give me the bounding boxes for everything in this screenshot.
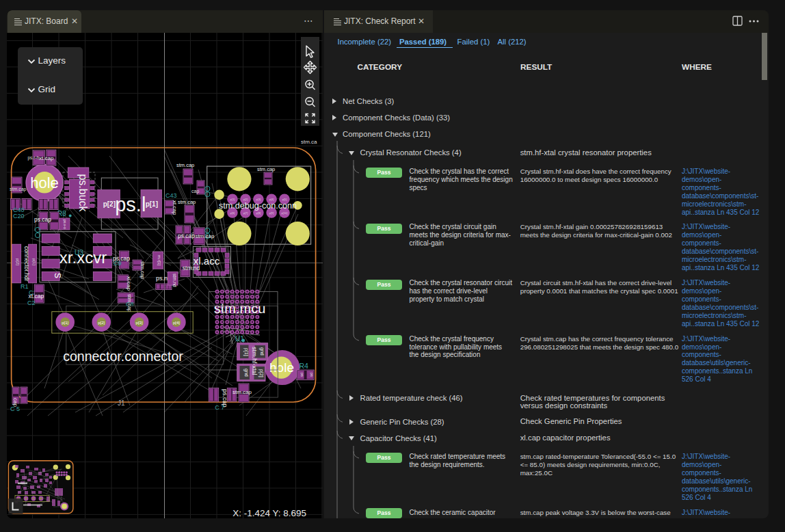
svg-text:stm.cap: stm.cap: [10, 187, 27, 192]
svg-text:p[6]: p[6]: [230, 211, 235, 215]
svg-text:xt.cap: xt.cap: [39, 155, 54, 161]
svg-text:C8: C8: [126, 301, 134, 308]
svg-text:stm.cap: stm.cap: [195, 233, 215, 239]
svg-text:C 7: C 7: [215, 404, 224, 411]
svg-text:stm.nd: stm.nd: [183, 265, 200, 271]
svg-text:C20: C20: [13, 213, 25, 220]
svg-text:connector.hdr: connector.hdr: [23, 246, 30, 282]
svg-text:p[1]: p[1]: [32, 258, 36, 265]
svg-text:stm.debug-con.conn: stm.debug-con.conn: [219, 201, 297, 211]
svg-text:connector.connector: connector.connector: [63, 349, 183, 364]
svg-text:C 5: C 5: [10, 405, 20, 412]
svg-text:R4: R4: [300, 362, 309, 370]
svg-text:p[1]: p[1]: [62, 321, 68, 325]
svg-text:stm.cap: stm.cap: [178, 199, 196, 205]
svg-text:ps.cap: ps.cap: [34, 216, 51, 223]
svg-text:ps: ps: [300, 373, 304, 377]
svg-text:p[2]: p[2]: [258, 369, 264, 377]
svg-text:xt.cap: xt.cap: [29, 293, 44, 300]
svg-text:ps.l: ps.l: [115, 194, 146, 215]
svg-text:C2: C2: [27, 300, 36, 306]
svg-text:stm.cap: stm.cap: [176, 162, 194, 168]
svg-text:p[1]: p[1]: [243, 348, 249, 356]
svg-text:hole: hole: [269, 360, 294, 375]
svg-text:stm.mcu: stm.mcu: [214, 301, 266, 316]
svg-text:R1: R1: [21, 283, 29, 290]
svg-text:stm.nd: stm.nd: [172, 274, 177, 287]
svg-text:J1: J1: [118, 399, 125, 407]
svg-text:p[8]: p[8]: [256, 211, 261, 215]
svg-text:stm.cap: stm.cap: [257, 166, 275, 172]
svg-text:gnd: gnd: [259, 347, 265, 356]
svg-text:p[2]: p[2]: [103, 200, 116, 208]
svg-text:C9: C9: [114, 260, 122, 267]
svg-text:ps: ps: [310, 373, 314, 377]
svg-text:gnd: gnd: [243, 369, 249, 377]
svg-text:U3: U3: [75, 249, 83, 256]
svg-text:p[2]: p[2]: [16, 258, 20, 265]
svg-text:p[1]: p[1]: [146, 200, 158, 208]
svg-text:stm.hf-xtal: stm.hf-xtal: [251, 347, 258, 375]
svg-text:p[10]: p[10]: [282, 211, 288, 215]
svg-text:X: -1.424 Y: 8.695: X: -1.424 Y: 8.695: [232, 508, 306, 518]
svg-text:p[9]: p[9]: [269, 211, 274, 215]
svg-text:s: s: [53, 273, 64, 278]
svg-text:hole: hole: [30, 174, 59, 191]
svg-text:stm.cap: stm.cap: [232, 389, 252, 395]
svg-text:m.r[1]: m.r[1]: [157, 255, 161, 266]
svg-text:ps.v-o: ps.v-o: [63, 220, 67, 229]
svg-text:ps.buck: ps.buck: [77, 174, 89, 212]
svg-text:stm.cap: stm.cap: [139, 261, 146, 279]
svg-text:stm.ca: stm.ca: [301, 139, 317, 145]
svg-text:C43: C43: [165, 192, 177, 199]
svg-text:p[2]: p[2]: [98, 321, 105, 325]
svg-text:ps.r-h: ps.r-h: [28, 155, 40, 161]
svg-text:xl.cap: xl.cap: [126, 276, 132, 291]
svg-text:cap: cap: [191, 189, 199, 194]
svg-text:ps.cap: ps.cap: [178, 232, 195, 239]
svg-text:p[3]: p[3]: [136, 321, 143, 325]
svg-text:xt.cap: xt.cap: [172, 200, 178, 215]
svg-text:p[7]: p[7]: [243, 211, 248, 215]
svg-text:p[4]: p[4]: [173, 321, 180, 325]
